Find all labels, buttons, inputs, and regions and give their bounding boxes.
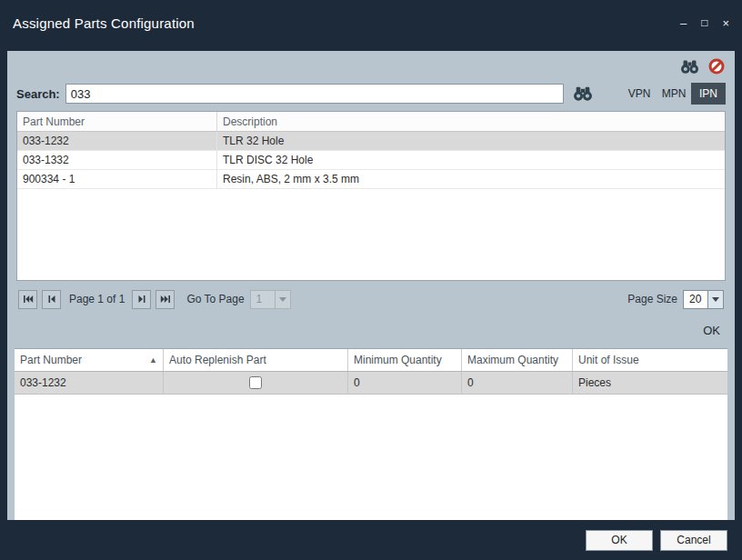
go-to-page-value: 1 [251,291,275,308]
chevron-down-icon [707,291,723,308]
dialog-content: Search: VPN MPN IPN [7,51,735,520]
maximize-icon[interactable]: □ [701,17,707,28]
table-row[interactable]: 033-1332 TLR DISC 32 Hole [17,151,725,170]
table-row[interactable]: 900334 - 1 Resin, ABS, 2 mm x 3.5 mm [17,170,725,189]
table-row[interactable]: 033-1232 0 0 Pieces [15,372,727,395]
search-input[interactable] [65,84,564,104]
column-header-auto-replenish[interactable]: Auto Replenish Part [164,349,348,371]
next-page-button[interactable] [132,290,151,309]
cell-part-number: 033-1232 [17,132,217,150]
page-size-label: Page Size [627,293,677,305]
pager: Page 1 of 1 Go To Page 1 Page [18,288,724,310]
window-controls: – □ × [680,17,729,29]
column-header-maximum-quantity[interactable]: Maximum Quantity [462,349,573,371]
search-results-table: Part Number Description 033-1232 TLR 32 … [16,111,726,281]
column-header-part-number[interactable]: Part Number [17,112,217,131]
binoculars-icon[interactable] [678,56,700,76]
table-filler [15,395,727,520]
sort-ascending-icon: ▲ [149,355,157,365]
cell-minimum-quantity: 0 [348,372,462,394]
chevron-down-icon [275,291,290,308]
ipn-button[interactable]: IPN [691,83,726,105]
ok-button[interactable]: OK [586,530,653,551]
search-binoculars-icon[interactable] [573,85,593,102]
cell-description: TLR 32 Hole [217,132,725,150]
previous-page-button[interactable] [42,290,61,309]
results-table-header: Part Number Description [17,112,725,132]
vpn-button[interactable]: VPN [622,83,657,105]
panel-toolbar [7,51,735,78]
assigned-parts-table: Part Number ▲ Auto Replenish Part Minimu… [15,348,727,520]
panel-ok-button[interactable]: OK [703,319,720,341]
window-title: Assigned Parts Configuration [13,15,195,31]
cell-maximum-quantity: 0 [462,372,573,394]
table-row[interactable]: 033-1232 TLR 32 Hole [17,132,725,151]
assigned-parts-configuration-window: Assigned Parts Configuration – □ × [0,0,742,560]
auto-replenish-checkbox[interactable] [249,376,262,389]
no-entry-icon[interactable] [706,56,727,76]
cell-description: TLR DISC 32 Hole [217,151,725,169]
mpn-button[interactable]: MPN [657,83,691,105]
page-size-group: Page Size 20 [627,290,724,309]
close-icon[interactable]: × [722,17,729,29]
search-bar: Search: VPN MPN IPN [16,82,726,105]
cell-auto-replenish [164,372,348,394]
cell-unit-of-issue: Pieces [573,372,727,394]
cell-part-number: 033-1332 [17,151,217,169]
cell-part-number: 033-1232 [15,372,164,394]
panel-ok-row: OK [7,310,735,341]
column-header-unit-of-issue[interactable]: Unit of Issue [573,349,727,371]
search-label: Search: [16,87,60,101]
part-number-type-toggle: VPN MPN IPN [622,83,726,105]
cancel-button[interactable]: Cancel [660,530,727,551]
last-page-button[interactable] [155,290,175,309]
dialog-footer: OK Cancel [0,520,742,560]
titlebar: Assigned Parts Configuration – □ × [0,0,742,45]
first-page-button[interactable] [18,290,37,309]
column-header-minimum-quantity[interactable]: Minimum Quantity [348,349,462,371]
go-to-page-dropdown[interactable]: 1 [250,290,291,309]
minimize-icon[interactable]: – [680,17,687,29]
column-header-description[interactable]: Description [217,112,725,131]
cell-part-number: 900334 - 1 [17,170,217,188]
page-indicator: Page 1 of 1 [69,293,125,305]
page-size-value: 20 [684,291,707,308]
cell-description: Resin, ABS, 2 mm x 3.5 mm [217,170,725,188]
page-size-dropdown[interactable]: 20 [683,290,724,309]
go-to-page-label: Go To Page [186,293,244,305]
column-header-part-number[interactable]: Part Number ▲ [15,349,164,371]
assigned-table-header: Part Number ▲ Auto Replenish Part Minimu… [15,349,727,372]
table-filler [17,189,725,280]
